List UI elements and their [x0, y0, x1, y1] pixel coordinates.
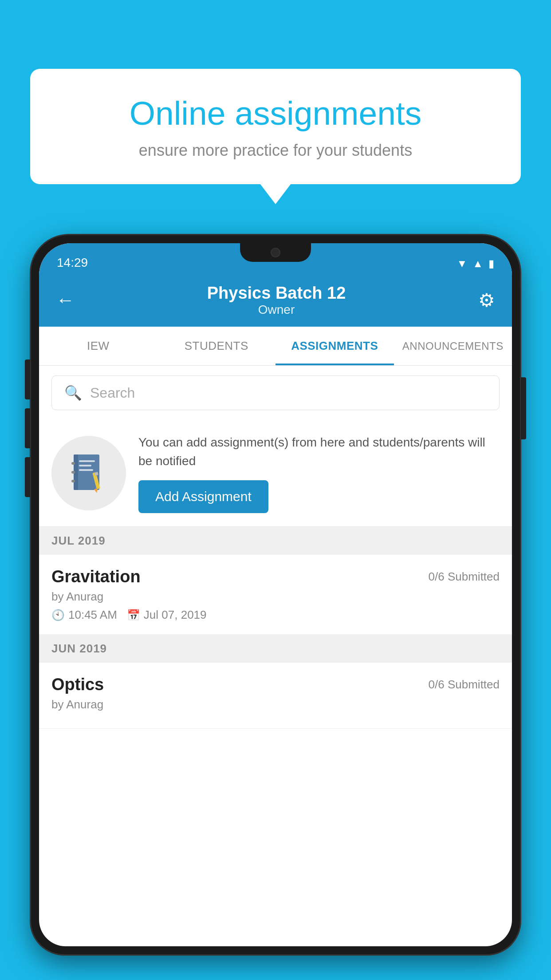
- settings-icon[interactable]: ⚙: [478, 289, 495, 311]
- info-icon-circle: [51, 436, 126, 510]
- svg-rect-7: [71, 480, 75, 482]
- tab-view[interactable]: IEW: [39, 327, 157, 365]
- search-placeholder: Search: [90, 385, 135, 401]
- svg-rect-4: [79, 469, 93, 471]
- assignment-item-optics[interactable]: Optics 0/6 Submitted by Anurag: [39, 663, 512, 729]
- status-icons: ▼ ▲ ▮: [457, 257, 494, 270]
- back-button[interactable]: ←: [56, 289, 75, 311]
- assignment-submitted-gravitation: 0/6 Submitted: [429, 570, 500, 584]
- assignment-item-gravitation[interactable]: Gravitation 0/6 Submitted by Anurag 🕙 10…: [39, 555, 512, 635]
- tabs-bar: IEW STUDENTS ASSIGNMENTS ANNOUNCEMENTS: [39, 327, 512, 366]
- svg-rect-5: [71, 462, 75, 465]
- tab-students[interactable]: STUDENTS: [157, 327, 276, 365]
- assignment-name-gravitation: Gravitation: [51, 567, 141, 586]
- assignment-submitted-optics: 0/6 Submitted: [429, 678, 500, 692]
- svg-rect-6: [71, 471, 75, 474]
- phone-frame: 14:29 ▼ ▲ ▮ ← Physics Batch 12 Owner ⚙: [31, 235, 520, 980]
- info-description: You can add assignment(s) from here and …: [138, 433, 500, 470]
- battery-icon: ▮: [488, 257, 494, 270]
- speech-bubble-subtitle: ensure more practice for your students: [59, 141, 492, 160]
- clock-icon: 🕙: [51, 609, 65, 621]
- speech-bubble-title: Online assignments: [59, 93, 492, 133]
- app-header: ← Physics Batch 12 Owner ⚙: [39, 273, 512, 327]
- search-bar[interactable]: 🔍 Search: [51, 375, 500, 410]
- header-title: Physics Batch 12: [207, 284, 346, 303]
- signal-icon: ▲: [472, 257, 483, 270]
- speech-bubble: Online assignments ensure more practice …: [30, 69, 521, 184]
- tab-announcements[interactable]: ANNOUNCEMENTS: [394, 327, 512, 365]
- speech-bubble-container: Online assignments ensure more practice …: [30, 69, 521, 184]
- phone-notch: [240, 243, 311, 262]
- header-subtitle: Owner: [207, 303, 346, 317]
- month-header-jul: JUL 2019: [39, 527, 512, 555]
- month-header-jun: JUN 2019: [39, 635, 512, 663]
- phone-outer: 14:29 ▼ ▲ ▮ ← Physics Batch 12 Owner ⚙: [31, 235, 520, 954]
- meta-time-value: 10:45 AM: [68, 608, 117, 622]
- assignment-name-optics: Optics: [51, 675, 104, 694]
- notebook-icon: [70, 452, 108, 494]
- svg-rect-2: [79, 460, 95, 462]
- search-icon: 🔍: [64, 384, 82, 401]
- assignment-meta-gravitation: 🕙 10:45 AM 📅 Jul 07, 2019: [51, 608, 500, 622]
- meta-date-value: Jul 07, 2019: [144, 608, 207, 622]
- info-text-block: You can add assignment(s) from here and …: [138, 433, 500, 513]
- phone-screen: 14:29 ▼ ▲ ▮ ← Physics Batch 12 Owner ⚙: [39, 243, 512, 946]
- add-assignment-button[interactable]: Add Assignment: [138, 480, 268, 513]
- meta-date-gravitation: 📅 Jul 07, 2019: [127, 608, 207, 622]
- info-card: You can add assignment(s) from here and …: [39, 420, 512, 527]
- header-title-block: Physics Batch 12 Owner: [207, 284, 346, 317]
- status-time: 14:29: [57, 256, 88, 270]
- tab-assignments[interactable]: ASSIGNMENTS: [276, 327, 394, 365]
- assignment-row-top: Gravitation 0/6 Submitted: [51, 567, 500, 586]
- assignment-by-optics: by Anurag: [51, 698, 500, 711]
- assignment-by-gravitation: by Anurag: [51, 590, 500, 604]
- calendar-icon: 📅: [127, 609, 140, 621]
- meta-time-gravitation: 🕙 10:45 AM: [51, 608, 117, 622]
- phone-camera: [271, 248, 280, 257]
- assignment-row-top-optics: Optics 0/6 Submitted: [51, 675, 500, 694]
- wifi-icon: ▼: [457, 257, 467, 270]
- search-container: 🔍 Search: [39, 366, 512, 420]
- svg-rect-3: [79, 465, 91, 466]
